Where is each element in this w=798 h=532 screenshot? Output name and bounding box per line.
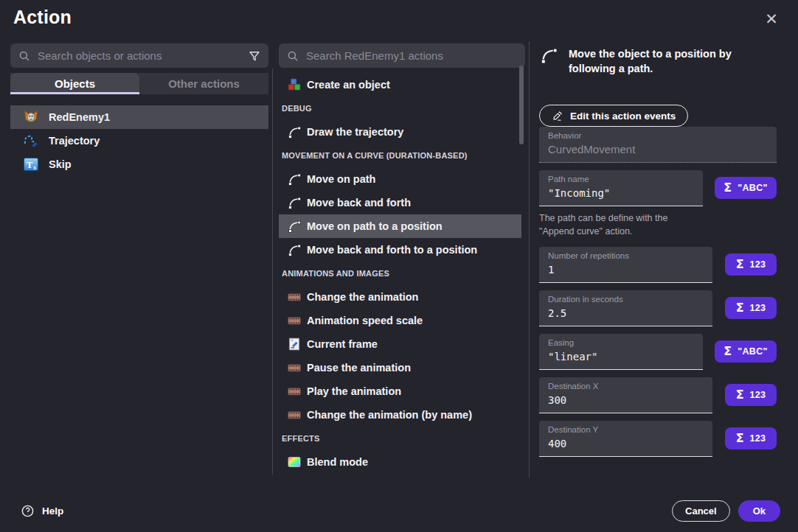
actions-search-input[interactable]	[306, 49, 518, 62]
parameter-field[interactable]: Number of repetitions 1	[539, 247, 712, 283]
parameter-field[interactable]: Destination X 300	[539, 377, 712, 413]
cancel-button[interactable]: Cancel	[672, 500, 730, 522]
action-label: Change the animation (by name)	[307, 409, 472, 421]
film-icon	[287, 360, 302, 375]
action-label: Move on path	[307, 173, 375, 185]
action-list-item[interactable]: Animation speed scale	[279, 309, 521, 332]
parameter-field[interactable]: Duration in seconds 2.5	[539, 290, 712, 326]
parameter-label: Behavior	[548, 131, 768, 140]
actions-search	[279, 43, 525, 68]
action-list-item[interactable]: Create an object	[279, 73, 521, 97]
action-list-item[interactable]: Change the animation (by name)	[279, 403, 521, 427]
search-icon	[18, 49, 31, 63]
action-label: Create an object	[307, 79, 390, 91]
action-list-item[interactable]: Current frame	[279, 332, 521, 356]
ok-button[interactable]: Ok	[738, 500, 780, 522]
actions-panel: Create an object DEBUG Draw the trajecto…	[279, 43, 525, 474]
action-list-item[interactable]: Move on path	[279, 167, 521, 191]
action-list-item[interactable]: Move back and forth to a position	[279, 238, 521, 262]
parameter-field[interactable]: Easing "linear"	[539, 334, 703, 370]
action-label: Blend mode	[307, 456, 368, 468]
edit-action-events-button[interactable]: Edit this action events	[539, 105, 688, 127]
film-icon	[287, 407, 302, 422]
parameter-row: Destination Y 400 Σ 123	[539, 421, 777, 457]
expression-button[interactable]: Σ 123	[725, 384, 777, 406]
action-label: Animation speed scale	[307, 315, 423, 326]
expression-button-label: "ABC"	[738, 183, 767, 193]
objects-search-input[interactable]	[38, 49, 241, 62]
action-label: MOVEMENT ON A CURVE (DURATION-BASED)	[282, 151, 468, 160]
parameter-helper: The path can be define with the"Append c…	[539, 211, 703, 238]
parameter-value: "linear"	[548, 349, 694, 364]
actions-scrollbar-thumb[interactable]	[519, 66, 524, 144]
filter-icon[interactable]	[248, 49, 261, 63]
svg-text:x: x	[33, 164, 36, 171]
parameter-value: "Incoming"	[548, 186, 694, 200]
cubes-icon	[287, 77, 302, 92]
expression-button[interactable]: Σ "ABC"	[715, 177, 777, 199]
action-list-item[interactable]: MOVEMENT ON A CURVE (DURATION-BASED)	[279, 144, 521, 167]
action-label: Move back and forth to a position	[307, 244, 477, 256]
curve-icon	[287, 195, 302, 210]
parameter-field[interactable]: Path name "Incoming"	[539, 170, 703, 206]
objects-panel: Objects Other actions RedEnemy1 Trajecto…	[10, 43, 268, 176]
sigma-icon: Σ	[736, 302, 744, 314]
parameter-field: Behavior CurvedMovement	[539, 127, 777, 163]
action-label: Draw the trajectory	[307, 126, 403, 138]
parameter-fields: Edit this action events Behavior CurvedM…	[539, 96, 777, 457]
action-list-item[interactable]: DEBUG	[279, 97, 521, 120]
object-list-item[interactable]: Tx Skip	[10, 153, 268, 176]
tab[interactable]: Other actions	[139, 73, 268, 94]
expression-button-label: 123	[750, 390, 766, 400]
svg-text:T: T	[27, 159, 33, 170]
help-button[interactable]: Help	[21, 504, 63, 518]
parameter-row: Behavior CurvedMovement	[539, 127, 777, 163]
tab-label: Other actions	[168, 77, 240, 90]
action-description-text: Move the object to a position by followi…	[569, 46, 777, 76]
tab-label: Objects	[55, 77, 95, 90]
action-list-item[interactable]: Blend mode	[279, 450, 521, 474]
expression-button-label: 123	[750, 303, 766, 313]
action-list: Create an object DEBUG Draw the trajecto…	[279, 73, 521, 474]
action-label: Pause the animation	[307, 362, 411, 374]
action-list-item[interactable]: EFFECTS	[279, 427, 521, 450]
action-label: EFFECTS	[282, 434, 320, 443]
sigma-icon: Σ	[724, 346, 732, 357]
action-label: ANIMATIONS AND IMAGES	[282, 269, 389, 278]
frame-icon	[287, 337, 302, 351]
action-list-item[interactable]: ANIMATIONS AND IMAGES	[279, 262, 521, 285]
tab[interactable]: Objects	[10, 73, 139, 94]
parameter-value: CurvedMovement	[548, 142, 768, 157]
parameter-row: Duration in seconds 2.5 Σ 123	[539, 290, 777, 326]
pencil-icon	[552, 111, 563, 122]
expression-button[interactable]: Σ 123	[725, 253, 777, 276]
action-label: DEBUG	[282, 104, 312, 113]
parameter-row: Destination X 300 Σ 123	[539, 377, 777, 413]
sigma-icon: Σ	[724, 182, 732, 194]
object-name: RedEnemy1	[49, 111, 110, 123]
object-name: Trajectory	[49, 135, 100, 147]
object-list-item[interactable]: Trajectory	[10, 129, 268, 153]
action-list-item[interactable]: Play the animation	[279, 379, 521, 403]
action-list-item[interactable]: Draw the trajectory	[279, 120, 521, 144]
left-panel-divider	[272, 68, 273, 475]
expression-button[interactable]: Σ 123	[725, 427, 777, 449]
parameter-label: Destination X	[548, 382, 704, 391]
expression-button[interactable]: Σ 123	[725, 297, 777, 319]
object-list-item[interactable]: RedEnemy1	[10, 105, 268, 129]
close-icon[interactable]: ✕	[762, 10, 781, 29]
sigma-icon: Σ	[736, 433, 744, 444]
action-list-item[interactable]: Change the animation	[279, 285, 521, 309]
action-list-item[interactable]: Move on path to a position	[279, 214, 521, 238]
help-icon	[21, 504, 35, 518]
action-list-item[interactable]: Move back and forth	[279, 191, 521, 214]
parameter-value: 300	[548, 393, 704, 407]
expression-button-label: 123	[750, 259, 766, 270]
edit-events-label: Edit this action events	[570, 111, 676, 122]
parameter-row: Path name "Incoming" The path can be def…	[539, 170, 777, 239]
parameter-field[interactable]: Destination Y 400	[539, 421, 712, 457]
sigma-icon: Σ	[736, 389, 744, 401]
action-list-item[interactable]: Pause the animation	[279, 356, 521, 379]
expression-button[interactable]: Σ "ABC"	[715, 340, 777, 363]
action-description: Move the object to a position by followi…	[539, 46, 777, 76]
